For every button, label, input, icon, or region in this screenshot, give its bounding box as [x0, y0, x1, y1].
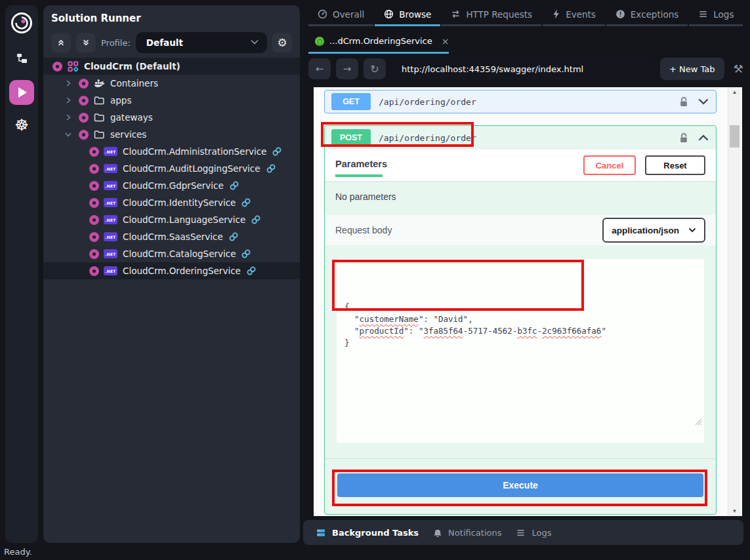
tree-item-containers[interactable]: Containers: [43, 75, 300, 92]
back-arrow-icon: ←: [316, 63, 324, 75]
scroll-up-icon[interactable]: ▲: [728, 89, 741, 95]
chevron-right-icon[interactable]: [62, 96, 75, 104]
chevron-right-icon[interactable]: [62, 113, 75, 121]
service-status-icon: [79, 113, 89, 123]
tab-browse[interactable]: Browse: [375, 4, 440, 26]
request-body-editor[interactable]: { "customerName": "David", "productId": …: [337, 259, 704, 443]
lines-icon: [516, 529, 526, 537]
new-tab-button[interactable]: + New Tab: [660, 58, 724, 80]
tools-icon[interactable]: ⚒: [734, 62, 743, 75]
chevron-up-icon[interactable]: [698, 134, 709, 142]
tree-item-cloudcrm-saasservice[interactable]: .NETCloudCrm.SaasService: [43, 228, 300, 245]
content-type-select[interactable]: application/json: [602, 218, 705, 243]
url-input[interactable]: [391, 58, 655, 80]
dotnet-badge-icon: .NET: [104, 198, 117, 207]
bottombar-label: Background Tasks: [332, 528, 419, 538]
tree-item-services[interactable]: services: [43, 126, 300, 143]
reset-button[interactable]: Reset: [645, 155, 705, 175]
service-status-icon: [79, 79, 89, 89]
chevron-right-icon[interactable]: [62, 79, 75, 87]
app-logo[interactable]: [9, 10, 34, 35]
run-button[interactable]: [9, 80, 34, 105]
tree-item-apps[interactable]: apps: [43, 92, 300, 109]
tab-events[interactable]: Events: [543, 4, 605, 26]
cancel-button[interactable]: Cancel: [583, 155, 636, 175]
resize-handle-icon[interactable]: [626, 405, 702, 441]
request-body-label: Request body: [335, 225, 392, 235]
scroll-down-icon[interactable]: ▼: [728, 508, 741, 514]
forward-button[interactable]: →: [336, 58, 358, 79]
tree-item-gateways[interactable]: gateways: [43, 109, 300, 126]
get-endpoint-row[interactable]: GET /api/ordering/order: [324, 90, 717, 113]
tree-item-label: services: [110, 129, 146, 140]
dotnet-badge-icon: .NET: [104, 249, 117, 258]
chevron-down-icon[interactable]: [698, 98, 709, 106]
bottombar-logs[interactable]: Logs: [509, 520, 558, 545]
execute-button[interactable]: Execute: [337, 473, 703, 497]
service-status-icon: [89, 164, 99, 174]
open-link-icon[interactable]: [272, 146, 282, 157]
tree-item-cloudcrm-administrationservice[interactable]: .NETCloudCrm.AdministrationService: [43, 143, 300, 160]
request-body-header: Request body application/json: [325, 215, 716, 245]
swagger-viewport: GET /api/ordering/order POST /api/orderi…: [314, 87, 742, 516]
refresh-button[interactable]: ↻: [364, 58, 386, 79]
scrollbar[interactable]: ▲ ▼: [728, 87, 741, 516]
gear-icon: ⚙: [277, 36, 287, 49]
tree-item-cloudcrm-default[interactable]: CloudCrm (Default): [43, 58, 300, 75]
gauge-icon: [318, 9, 327, 19]
chevron-down-icon[interactable]: [62, 130, 75, 138]
profile-select[interactable]: Default: [136, 32, 267, 53]
bottombar-label: Logs: [531, 528, 551, 538]
profile-select-value: Default: [146, 37, 250, 48]
request-body-area: { "customerName": "David", "productId": …: [325, 245, 716, 458]
settings-button[interactable]: ⚙: [272, 33, 292, 52]
parameters-header: Parameters Cancel Reset: [325, 150, 716, 181]
tree-item-cloudcrm-gdprservice[interactable]: .NETCloudCrm.GdprService: [43, 177, 300, 194]
collapse-all-button[interactable]: [51, 33, 71, 52]
refresh-icon: ↻: [370, 63, 379, 75]
tree-item-cloudcrm-languageservice[interactable]: .NETCloudCrm.LanguageService: [43, 211, 300, 228]
expand-all-button[interactable]: [76, 33, 96, 52]
sidebar: Solution Runner Profile: Default ⚙ Cloud: [43, 5, 300, 543]
exclamation-icon: [615, 9, 625, 19]
service-status-icon: [89, 198, 99, 208]
tab-overall[interactable]: Overall: [308, 4, 373, 26]
post-endpoint-block: POST /api/ordering/order Parameters Canc…: [324, 125, 717, 515]
close-tab-icon[interactable]: ×: [442, 36, 449, 47]
browser-tab-orderingservice[interactable]: ...dCrm.OrderingService ×: [308, 30, 449, 54]
tab-logs[interactable]: Logs: [689, 4, 743, 26]
open-link-icon[interactable]: [266, 163, 276, 174]
scrollbar-thumb[interactable]: [730, 125, 740, 148]
tree-item-cloudcrm-identityservice[interactable]: .NETCloudCrm.IdentityService: [43, 194, 300, 211]
open-link-icon[interactable]: [251, 214, 261, 225]
solution-tree: CloudCrm (Default)Containersappsgateways…: [43, 58, 300, 279]
dotnet-badge-icon: .NET: [104, 181, 117, 190]
folder-icon: [93, 129, 105, 140]
tab-label: Events: [566, 9, 596, 20]
bottombar-notifications[interactable]: Notifications: [426, 520, 509, 545]
open-link-icon[interactable]: [241, 197, 251, 208]
open-link-icon[interactable]: [228, 231, 239, 242]
tree-item-cloudcrm-catalogservice[interactable]: .NETCloudCrm.CatalogService: [43, 245, 300, 262]
tree-item-label: CloudCrm.IdentityService: [123, 197, 236, 208]
service-status-icon: [89, 181, 99, 191]
back-button[interactable]: ←: [308, 58, 331, 79]
service-status-icon: [89, 147, 99, 157]
tab-label: Logs: [713, 9, 734, 20]
tree-item-cloudcrm-auditloggingservice[interactable]: .NETCloudCrm.AuditLoggingService: [43, 160, 300, 177]
open-link-icon[interactable]: [229, 180, 240, 191]
bottombar-background-tasks[interactable]: Background Tasks: [308, 520, 426, 545]
open-link-icon[interactable]: [241, 249, 251, 259]
tab-http-requests[interactable]: HTTP Requests: [442, 4, 541, 26]
lock-open-icon[interactable]: [679, 132, 688, 144]
folder-icon: [93, 95, 105, 106]
kubernetes-icon[interactable]: ☸: [12, 115, 31, 135]
tree-item-cloudcrm-orderingservice[interactable]: .NETCloudCrm.OrderingService: [43, 262, 300, 279]
no-parameters-text: No parameters: [325, 181, 716, 215]
lock-open-icon[interactable]: [679, 96, 688, 108]
tab-exceptions[interactable]: Exceptions: [606, 4, 688, 26]
solution-explorer-icon[interactable]: [9, 47, 34, 70]
open-link-icon[interactable]: [246, 266, 257, 276]
post-endpoint-row[interactable]: POST /api/ordering/order: [325, 126, 716, 150]
tree-item-label: CloudCrm.AdministrationService: [123, 146, 266, 157]
